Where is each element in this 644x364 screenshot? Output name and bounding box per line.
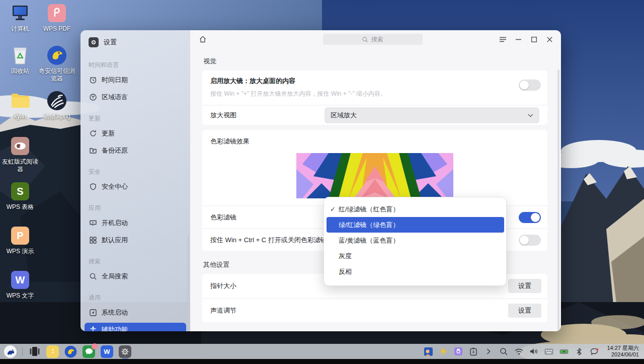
color-filter-preview-image xyxy=(296,153,453,198)
sidebar-item-startup-apps[interactable]: 开机启动 xyxy=(85,216,186,230)
wps-taskbar-button[interactable]: W xyxy=(101,345,113,358)
sidebar-item-system-boot[interactable]: 系统启动 xyxy=(85,306,186,319)
taskbar-separator xyxy=(22,347,23,355)
taskbar-left: W xyxy=(0,345,131,358)
dropdown-item-invert[interactable]: 反相 xyxy=(324,264,506,279)
window-controls xyxy=(497,30,555,48)
settings-sidebar: 设置 时间和语言 时间日期 区域语言 更新 更新 备份还原 安全 xyxy=(80,30,190,331)
magnify-view-select[interactable]: 区域放大 xyxy=(325,107,539,123)
maximize-icon xyxy=(531,37,537,42)
settings-main-panel: 搜索 视觉 xyxy=(190,30,561,331)
brightness-icon[interactable] xyxy=(439,347,448,356)
tray-search-icon[interactable] xyxy=(499,347,508,356)
settings-app-icon xyxy=(89,37,99,47)
home-button[interactable] xyxy=(199,35,207,43)
dropdown-item-green-red[interactable]: 绿/红滤镜（绿色盲） xyxy=(327,217,504,233)
minimize-button[interactable] xyxy=(513,34,524,45)
desktop-icon-wps-sheet[interactable]: S WPS 表格 xyxy=(0,181,42,211)
sidebar-group-update: 更新 xyxy=(89,114,182,123)
volume-icon[interactable] xyxy=(529,347,538,356)
maximize-button[interactable] xyxy=(528,34,539,45)
chevron-down-icon xyxy=(528,114,533,117)
taskbar: W xyxy=(0,344,644,359)
pointer-size-settings-button[interactable]: 设置 xyxy=(508,279,541,293)
browser-icon xyxy=(47,45,67,65)
power-security-icon[interactable] xyxy=(469,347,478,356)
tray-expand-chevron[interactable] xyxy=(484,347,493,356)
startup-icon xyxy=(89,219,97,227)
channel-adjust-settings-button[interactable]: 设置 xyxy=(508,304,541,318)
input-method-indicator[interactable] xyxy=(424,347,433,356)
taskbar-clock[interactable]: 14:27 星期六 2024/06/01 xyxy=(605,345,639,358)
menu-icon xyxy=(500,37,506,42)
filter-effect-block: 色彩滤镜效果 xyxy=(202,130,547,205)
dropdown-item-grayscale[interactable]: 灰度 xyxy=(324,248,506,264)
pointer-size-label: 指针大小 xyxy=(210,281,236,290)
clock-icon xyxy=(89,76,97,84)
clock-date: 2024/06/01 xyxy=(607,351,639,358)
minimize-icon xyxy=(516,37,521,42)
menu-button[interactable] xyxy=(497,34,508,45)
browser-icon xyxy=(64,345,77,358)
sidebar-item-default-apps[interactable]: 默认应用 xyxy=(85,233,186,247)
chat-app-icon xyxy=(85,348,93,355)
desktop-icon-browser-qianxin[interactable]: 奇安信可信浏 览器 xyxy=(35,45,78,83)
screen-bottom-bezel xyxy=(0,359,644,364)
magnifier-subtitle: 按住 Win + "+" 打开放大镜并放大内容，按住 Win + "-" 缩小内… xyxy=(210,90,539,98)
dropdown-item-red-green[interactable]: ✓ 红/绿滤镜（红色盲） xyxy=(324,201,506,217)
desktop-icon-youhong-reader[interactable]: FD 友虹版式阅读 器 xyxy=(0,136,42,173)
sidebar-item-accessibility[interactable]: 辅助功能 xyxy=(85,323,186,331)
notification-center-icon[interactable] xyxy=(590,347,599,356)
search-input[interactable]: 搜索 xyxy=(323,34,423,45)
dropdown-item-blue-yellow[interactable]: 蓝/黄滤镜（蓝色盲） xyxy=(324,233,506,248)
desktop-icon-wps-presentation[interactable]: P WPS 演示 xyxy=(0,226,42,255)
refresh-icon xyxy=(89,129,97,137)
wps-writer-icon: W xyxy=(10,270,30,290)
screenshot-tool-icon[interactable] xyxy=(454,347,463,356)
accessibility-content: 视觉 启用放大镜：放大桌面的内容 按住 Win + "+" 打开放大镜并放大内容… xyxy=(190,48,561,331)
clock-time: 14:27 星期六 xyxy=(607,345,639,351)
computer-icon xyxy=(10,3,30,23)
kylin-logo-icon xyxy=(6,347,15,356)
sidebar-item-region-language[interactable]: 区域语言 xyxy=(85,90,186,104)
task-view-button[interactable] xyxy=(28,345,41,358)
browser-taskbar-button[interactable] xyxy=(64,345,77,358)
settings-taskbar-button[interactable] xyxy=(119,345,131,358)
desktop-icon-label: 动物3.png xyxy=(43,113,70,120)
desktop-icon-wps-writer[interactable]: W WPS 文字 xyxy=(0,270,42,300)
desktop-icon-animal3-png[interactable]: 动物3.png xyxy=(35,91,78,120)
file-manager-icon xyxy=(49,347,56,355)
desktop-icon-label: 奇安信可信浏 览器 xyxy=(39,67,75,83)
desktop-icon-label: WPS 演示 xyxy=(7,248,34,255)
onboard-keyboard-icon[interactable] xyxy=(544,347,553,356)
bluetooth-icon[interactable] xyxy=(575,347,584,356)
file-manager-button[interactable] xyxy=(46,345,59,358)
messenger-button[interactable] xyxy=(83,345,95,358)
start-menu-button[interactable] xyxy=(4,345,17,358)
sidebar-scrollbar[interactable] xyxy=(188,236,189,328)
channel-adjust-row: 声道调节 设置 xyxy=(202,298,547,322)
sidebar-item-datetime[interactable]: 时间日期 xyxy=(85,73,186,87)
sidebar-item-security-center[interactable]: 安全中心 xyxy=(85,180,186,193)
desktop-icon-label: 友虹版式阅读 器 xyxy=(2,158,38,173)
filter-shortcut-toggle[interactable] xyxy=(519,235,541,246)
magnify-view-row: 放大视图 区域放大 xyxy=(202,105,547,125)
color-filter-toggle[interactable] xyxy=(519,212,541,223)
image-file-thumbnail-icon xyxy=(47,91,67,111)
close-button[interactable] xyxy=(544,34,555,45)
chevron-right-icon xyxy=(487,348,491,354)
color-filter-dropdown: ✓ 红/绿滤镜（红色盲） 绿/红滤镜（绿色盲） 蓝/黄滤镜（蓝色盲） 灰度 反相 xyxy=(324,197,507,286)
channel-adjust-label: 声道调节 xyxy=(210,306,236,315)
desktop-icon-label: kylin xyxy=(14,113,26,120)
main-scrollbar[interactable] xyxy=(557,69,559,331)
sidebar-item-update[interactable]: 更新 xyxy=(85,126,186,140)
sidebar-item-global-search[interactable]: 全局搜索 xyxy=(85,269,186,283)
vpn-tool-icon[interactable] xyxy=(559,347,569,356)
wifi-icon[interactable] xyxy=(514,347,523,356)
desktop-icon-wps-pdf[interactable]: WPS PDF xyxy=(35,3,78,33)
sidebar-item-backup-restore[interactable]: 备份还原 xyxy=(85,143,186,157)
magnifier-toggle[interactable] xyxy=(519,80,541,91)
folder-icon xyxy=(10,91,30,111)
magnifier-row: 启用放大镜：放大桌面的内容 按住 Win + "+" 打开放大镜并放大内容，按住… xyxy=(202,70,547,105)
settings-window: 设置 时间和语言 时间日期 区域语言 更新 更新 备份还原 安全 xyxy=(80,30,561,331)
